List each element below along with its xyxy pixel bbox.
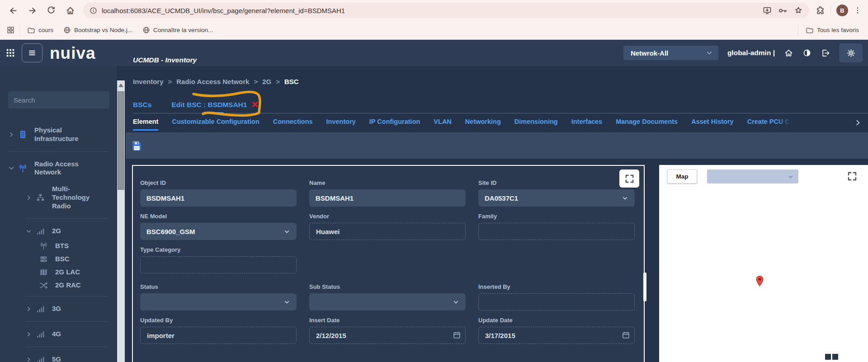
breadcrumb-separator: > [276,78,280,85]
breadcrumb-radio-access-network[interactable]: Radio Access Network [176,78,249,85]
profile-avatar[interactable]: B [836,5,848,16]
antenna-icon [17,164,28,173]
back-icon[interactable] [5,2,22,19]
tab-vlan[interactable]: VLAN [434,118,451,129]
chevron-right-icon [26,357,33,362]
sidebar-item-3g[interactable]: 3G [0,301,117,317]
map-fullscreen-icon[interactable] [846,170,858,182]
tab-asset-history[interactable]: Asset History [691,118,733,129]
bookmark-bootstrap[interactable]: Bootstrap vs Node.j... [61,24,135,36]
calendar-icon[interactable] [622,331,630,339]
tab-dimensioning[interactable]: Dimensioning [514,118,558,129]
field-updated-by: Updated By [140,317,297,344]
tab-manage-documents[interactable]: Manage Documents [616,118,678,129]
home-icon[interactable] [61,2,79,19]
bookmark-star-icon[interactable] [794,6,803,15]
site-id-select[interactable]: DA0537C1 [478,189,635,207]
type-category-input[interactable] [140,256,297,273]
map-layer-select[interactable] [707,169,798,183]
tab-create-pcu[interactable]: Create PCU Ca [747,118,793,129]
tab-ip-configuration[interactable]: IP Configuration [369,118,420,129]
install-app-icon[interactable] [763,6,772,15]
status-select[interactable] [140,293,297,310]
signal-bars-icon [35,330,46,338]
chevron-down-icon [706,49,713,56]
close-tab-icon[interactable]: ✕ [251,100,258,109]
sidebar-item-2g-lac[interactable]: 2G LAC [0,266,117,279]
hamburger-menu-button[interactable] [22,43,42,62]
chevron-down-icon [622,195,628,202]
breadcrumb-separator: > [168,78,172,85]
tab-connections[interactable]: Connections [273,118,313,129]
sidebar-item-bsc[interactable]: BSC [0,253,117,266]
globe-icon [63,26,71,34]
family-input[interactable] [478,223,635,240]
sidebar-item-bts[interactable]: BTS [0,240,117,253]
forward-icon[interactable] [24,2,41,19]
sidebar-item-physical-infrastructure[interactable]: Physical Infrastructure [0,122,117,147]
url-input[interactable] [102,7,758,14]
extensions-icon[interactable] [816,6,825,15]
waffle-grid-icon[interactable] [5,48,15,58]
calendar-icon[interactable] [453,331,461,339]
address-bar[interactable] [83,3,809,18]
logout-icon[interactable] [821,48,830,58]
scrollbar-thumb[interactable] [118,91,124,190]
site-info-icon[interactable] [90,7,97,14]
server-icon [38,255,49,263]
bookmark-connaitre[interactable]: Connaître la version... [140,24,216,36]
chevron-right-icon [26,195,33,201]
tab-bscs-list[interactable]: BSCs [133,101,151,109]
map-bottom-controls[interactable] [825,354,838,360]
reload-icon[interactable] [42,2,60,19]
apps-grid-icon[interactable] [6,26,15,34]
inserted-by-input[interactable] [478,293,635,310]
breadcrumb-2g[interactable]: 2G [262,78,271,85]
object-id-input[interactable] [140,189,297,207]
chevron-down-icon [283,228,290,235]
map-type-button[interactable]: Map [667,169,697,183]
sidebar-item-5g[interactable]: 5G [0,351,117,362]
scrollbar-up-arrow[interactable] [117,81,125,89]
breadcrumb-inventory[interactable]: Inventory [133,78,164,85]
menu-dots-icon[interactable] [854,6,862,14]
bookmark-folder-cours[interactable]: cours [24,24,56,36]
tab-customizable-configuration[interactable]: Customizable Configuration [172,118,259,129]
update-date-input[interactable] [478,327,635,344]
save-icon[interactable] [131,140,142,151]
form-scrollbar-thumb[interactable] [643,273,646,301]
home-button[interactable] [784,48,793,58]
vendor-input[interactable] [309,223,466,240]
expand-fullscreen-button[interactable] [619,169,639,188]
tab-edit-bsc[interactable]: Edit BSC : BSDMSAH1 ✕ [171,100,258,109]
content-area: Inventory > Radio Access Network > 2G > … [126,66,868,362]
ne-model-select[interactable]: BSC6900_GSM [140,223,297,240]
divider [25,347,108,347]
chevron-down-icon [283,299,290,306]
sidebar-item-multi-technology-radio[interactable]: Multi-Technology Radio [0,181,117,214]
search-input[interactable] [8,91,109,108]
updated-by-input[interactable] [140,327,297,344]
sidebar-item-2g[interactable]: 2G [0,223,117,240]
name-input[interactable] [309,189,466,207]
contrast-toggle-icon[interactable] [802,48,811,57]
password-key-icon[interactable] [778,6,788,15]
breadcrumb-bsc: BSC [284,78,299,85]
sidebar-item-2g-rac[interactable]: 2G RAC [0,279,117,292]
breadcrumb-separator: > [254,78,258,85]
settings-gear-button[interactable] [839,43,863,62]
tab-inventory[interactable]: Inventory [326,118,356,129]
tab-networking[interactable]: Networking [465,118,501,129]
sidebar-item-radio-access-network[interactable]: Radio Access Network [0,156,117,181]
map-marker-icon[interactable] [756,275,764,287]
field-site-id: Site ID DA0537C1 [478,179,635,207]
sidebar-item-4g[interactable]: 4G [0,326,117,343]
network-select[interactable]: Netwrok-All [623,46,718,60]
all-bookmarks[interactable]: Tous les favoris [803,24,862,36]
chevron-right-icon [8,132,15,138]
tab-element[interactable]: Element [133,118,158,131]
insert-date-input[interactable] [309,327,466,344]
sub-status-select[interactable] [309,293,466,310]
tabs-overflow-chevron-icon[interactable] [854,118,862,127]
tab-interfaces[interactable]: Interfaces [571,118,603,129]
